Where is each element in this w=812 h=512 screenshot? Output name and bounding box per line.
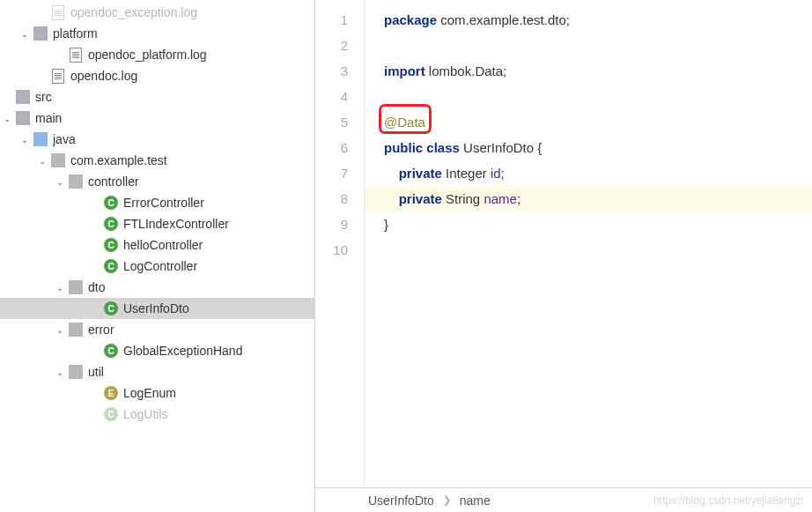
tree-row[interactable]: ⌄dto [0,277,314,298]
chevron-spacer [0,90,14,104]
tree-row[interactable]: FTLIndexController [0,213,314,234]
tree-item-label: src [35,90,52,104]
tree-item-label: LogUtils [123,407,168,421]
class-icon [104,217,118,231]
package-folder-icon [69,174,83,189]
folder-icon [16,111,30,125]
line-number: 7 [315,160,364,186]
tree-row[interactable]: ⌄java [0,129,314,150]
line-number: 1 [315,7,364,33]
tree-row[interactable]: LogController [0,256,314,277]
chevron-spacer [88,407,102,421]
breadcrumb-member[interactable]: name [460,493,491,508]
tree-row[interactable]: opendoc.log [0,65,314,86]
class-icon [104,407,118,421]
chevron-down-icon[interactable]: ⌄ [53,323,67,337]
code-line[interactable] [384,237,812,263]
breadcrumb-class[interactable]: UserInfoDto [368,493,434,508]
tree-row[interactable]: ⌄com.example.test [0,150,314,171]
tree-item-label: FTLIndexController [123,217,229,231]
file-icon [69,48,83,62]
tree-item-label: main [35,111,62,125]
tree-row[interactable]: opendoc_platform.log [0,44,314,65]
project-tree-sidebar[interactable]: opendoc_exception.log⌄platformopendoc_pl… [0,0,315,512]
tree-row[interactable]: LogEnum [0,382,314,404]
tree-row[interactable]: ⌄platform [0,23,314,44]
tree-row[interactable]: GlobalExceptionHand [0,340,314,361]
line-number: 10 [315,237,364,263]
file-icon [51,5,65,19]
class-icon [104,238,118,252]
class-icon [104,301,118,315]
tree-row[interactable]: ⌄error [0,319,314,340]
class-icon [104,259,118,273]
folder-icon [33,26,48,41]
code-editor: 12345678910 package com.example.test.dto… [315,0,812,512]
chevron-spacer [88,301,102,315]
tree-row[interactable]: UserInfoDto [0,298,314,319]
chevron-down-icon[interactable]: ⌄ [0,111,14,125]
tree-item-label: error [88,323,114,337]
package-folder-icon [69,280,83,294]
package-folder-icon [51,153,65,167]
code-line[interactable]: private Integer id; [384,160,812,186]
code-content[interactable]: package com.example.test.dto;import lomb… [365,0,812,487]
chevron-spacer [88,217,102,231]
line-number: 6 [315,135,364,160]
line-number: 4 [315,84,364,109]
chevron-down-icon[interactable]: ⌄ [35,153,49,167]
chevron-spacer [88,259,102,273]
tree-item-label: opendoc.log [70,69,137,83]
chevron-spacer [88,196,102,210]
package-folder-icon [69,323,83,337]
tree-row[interactable]: LogUtils [0,404,314,425]
tree-row[interactable]: ⌄util [0,361,314,382]
package-folder-icon [69,365,83,379]
tree-item-label: opendoc_exception.log [70,5,197,19]
breadcrumb-bar[interactable]: UserInfoDto ❯ name [315,487,812,512]
code-line[interactable]: private String name; [365,186,812,211]
chevron-down-icon[interactable]: ⌄ [18,132,32,146]
tree-item-label: java [53,132,76,146]
tree-item-label: com.example.test [70,153,167,167]
code-line[interactable] [384,33,812,58]
code-line[interactable]: import lombok.Data; [384,58,812,84]
tree-item-label: dto [88,280,105,294]
code-line[interactable]: @Data [384,109,812,135]
line-number: 2 [315,33,364,58]
file-icon [51,69,65,83]
tree-row[interactable]: helloController [0,234,314,256]
tree-row[interactable]: ErrorController [0,192,314,213]
tree-item-label: platform [53,26,98,41]
line-number: 3 [315,58,364,84]
tree-row[interactable]: ⌄main [0,108,314,129]
chevron-spacer [35,69,49,83]
line-number: 8 [315,186,364,211]
code-line[interactable] [384,84,812,109]
tree-item-label: GlobalExceptionHand [123,344,242,358]
tree-item-label: LogController [123,259,197,273]
tree-item-label: LogEnum [123,386,176,400]
folder-open-icon [33,132,48,146]
tree-item-label: controller [88,174,139,189]
tree-row[interactable]: opendoc_exception.log [0,2,314,23]
tree-row[interactable]: ⌄controller [0,171,314,192]
chevron-down-icon[interactable]: ⌄ [53,365,67,379]
chevron-down-icon[interactable]: ⌄ [53,280,67,294]
code-line[interactable]: } [384,211,812,237]
tree-item-label: opendoc_platform.log [88,48,207,62]
tree-item-label: util [88,365,104,379]
class-icon [104,196,118,210]
chevron-down-icon[interactable]: ⌄ [53,174,67,189]
line-number: 5 [315,109,364,135]
code-line[interactable]: package com.example.test.dto; [384,7,812,33]
enum-icon [104,386,118,400]
class-icon [104,344,118,358]
chevron-spacer [35,5,49,19]
code-line[interactable]: public class UserInfoDto { [384,135,812,160]
tree-item-label: UserInfoDto [123,301,189,315]
tree-item-label: ErrorController [123,196,204,210]
folder-icon [16,90,30,104]
tree-row[interactable]: src [0,86,314,108]
chevron-down-icon[interactable]: ⌄ [18,26,32,41]
